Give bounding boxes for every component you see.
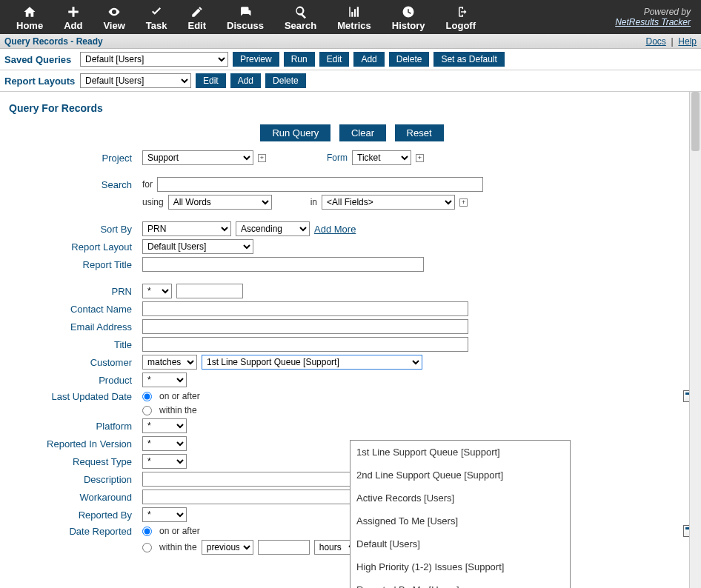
form-select[interactable]: Ticket <box>352 150 411 165</box>
description-label: Description <box>16 474 142 485</box>
date-reported-qty-input[interactable] <box>258 540 310 555</box>
nav-search[interactable]: Search <box>274 0 327 34</box>
report-layout-select[interactable]: Default [Users] <box>142 239 253 254</box>
date-reported-prev-select[interactable]: previous <box>202 540 253 555</box>
nav-items: Home Add View Task Edit Discuss Search <box>6 0 486 34</box>
sort-field-select[interactable]: PRN <box>142 221 231 236</box>
sq-default-button[interactable]: Set as Default <box>433 52 504 67</box>
nav-view[interactable]: View <box>93 0 135 34</box>
customer-option[interactable]: 1st Line Support Queue [Support] <box>350 441 570 464</box>
project-select[interactable]: Support <box>142 150 253 165</box>
last-updated-radio-within[interactable] <box>142 406 152 415</box>
sort-label: Sort By <box>16 224 142 235</box>
reported-by-label: Reported By <box>16 510 142 521</box>
using-select[interactable]: All Words <box>168 195 272 210</box>
docs-link[interactable]: Docs <box>646 36 666 47</box>
in-label: in <box>310 197 317 207</box>
expand-icon[interactable]: + <box>416 154 424 162</box>
rl-edit-button[interactable]: Edit <box>196 73 226 88</box>
customer-option[interactable]: 2nd Line Support Queue [Support] <box>350 464 570 487</box>
form-label: Form <box>327 153 348 163</box>
page-title: Query For Records <box>9 102 695 114</box>
prn-input[interactable] <box>176 284 243 298</box>
customer-option[interactable]: High Priority (1-2) Issues [Support] <box>350 555 570 578</box>
customer-select[interactable]: 1st Line Support Queue [Support] <box>202 355 422 370</box>
app-link[interactable]: NetResults Tracker <box>615 17 691 27</box>
customer-option[interactable]: Active Records [Users] <box>350 487 570 510</box>
title-input[interactable] <box>142 337 468 352</box>
reported-version-label: Reported In Version <box>16 438 142 450</box>
nav-discuss[interactable]: Discuss <box>216 0 274 34</box>
nav-home[interactable]: Home <box>6 0 53 34</box>
sq-run-button[interactable]: Run <box>284 52 315 67</box>
home-icon <box>23 5 36 19</box>
for-label: for <box>142 179 153 190</box>
action-buttons: Run Query Clear Reset <box>9 124 695 141</box>
nav-task[interactable]: Task <box>136 0 178 34</box>
nav-edit[interactable]: Edit <box>177 0 216 34</box>
platform-label: Platform <box>16 421 142 432</box>
contact-name-input[interactable] <box>142 301 468 316</box>
run-query-button[interactable]: Run Query <box>260 124 330 141</box>
customer-option[interactable]: Assigned To Me [Users] <box>350 510 570 532</box>
search-icon <box>294 5 308 19</box>
report-title-input[interactable] <box>142 257 424 272</box>
expand-icon[interactable]: + <box>459 198 468 207</box>
sq-edit-button[interactable]: Edit <box>319 52 350 67</box>
customer-option[interactable]: Default [Users] <box>350 532 570 555</box>
add-more-link[interactable]: Add More <box>314 224 356 235</box>
top-nav: Home Add View Task Edit Discuss Search <box>0 0 701 34</box>
customer-option[interactable]: Reported By Me [Users] <box>350 578 570 588</box>
scrollbar[interactable] <box>689 92 701 588</box>
last-updated-radio-after[interactable] <box>142 392 152 401</box>
report-layout-label: Report Layout <box>16 241 142 253</box>
reset-button[interactable]: Reset <box>395 124 444 141</box>
search-input[interactable] <box>157 177 483 192</box>
date-reported-radio-within[interactable] <box>142 543 152 552</box>
status-bar: Query Records - Ready Docs | Help <box>0 34 701 49</box>
expand-icon[interactable]: + <box>258 154 266 162</box>
help-link[interactable]: Help <box>678 36 697 47</box>
nav-add[interactable]: Add <box>53 0 93 34</box>
nav-logoff[interactable]: Logoff <box>436 0 486 34</box>
powered-by: Powered by NetResults Tracker <box>615 7 695 27</box>
nav-metrics[interactable]: Metrics <box>327 0 382 34</box>
email-input[interactable] <box>142 319 468 334</box>
sq-add-button[interactable]: Add <box>353 52 384 67</box>
report-layouts-toolbar: Report Layouts Default [Users] Edit Add … <box>0 70 701 92</box>
reported-by-select[interactable]: * <box>142 507 187 522</box>
prn-op-select[interactable]: * <box>142 284 172 298</box>
within-label-2: within the <box>159 542 197 552</box>
date-reported-label: Date Reported <box>16 526 142 537</box>
sq-delete-button[interactable]: Delete <box>389 52 430 67</box>
rl-delete-button[interactable]: Delete <box>265 73 306 88</box>
last-updated-label: Last Updated Date <box>16 391 142 402</box>
title-label: Title <box>16 339 142 350</box>
clear-button[interactable]: Clear <box>339 124 386 141</box>
page-body: Query For Records Run Query Clear Reset … <box>0 92 701 588</box>
date-reported-radio-after[interactable] <box>142 527 152 536</box>
contact-name-label: Contact Name <box>16 304 142 315</box>
chat-icon <box>239 5 252 19</box>
product-select[interactable]: * <box>142 372 187 387</box>
sq-preview-button[interactable]: Preview <box>233 52 279 67</box>
request-type-select[interactable]: * <box>142 454 187 469</box>
customer-op-select[interactable]: matches <box>142 355 197 370</box>
sort-dir-select[interactable]: Ascending <box>236 221 310 236</box>
scroll-thumb[interactable] <box>691 92 700 151</box>
reported-version-select[interactable]: * <box>142 436 187 451</box>
platform-select[interactable]: * <box>142 418 187 433</box>
rl-add-button[interactable]: Add <box>230 73 261 88</box>
report-layouts-label: Report Layouts <box>4 76 76 87</box>
within-label: within the <box>159 405 197 415</box>
nav-history[interactable]: History <box>382 0 436 34</box>
customer-label: Customer <box>16 357 142 368</box>
report-layouts-select[interactable]: Default [Users] <box>80 73 191 88</box>
status-title: Query Records - Ready <box>4 34 103 48</box>
check-icon <box>150 5 163 19</box>
on-after-label: on or after <box>159 391 200 401</box>
in-select[interactable]: <All Fields> <box>322 195 455 210</box>
report-title-label: Report Title <box>16 259 142 270</box>
customer-dropdown[interactable]: 1st Line Support Queue [Support]2nd Line… <box>350 440 571 588</box>
saved-queries-select[interactable]: Default [Users] <box>80 52 228 67</box>
